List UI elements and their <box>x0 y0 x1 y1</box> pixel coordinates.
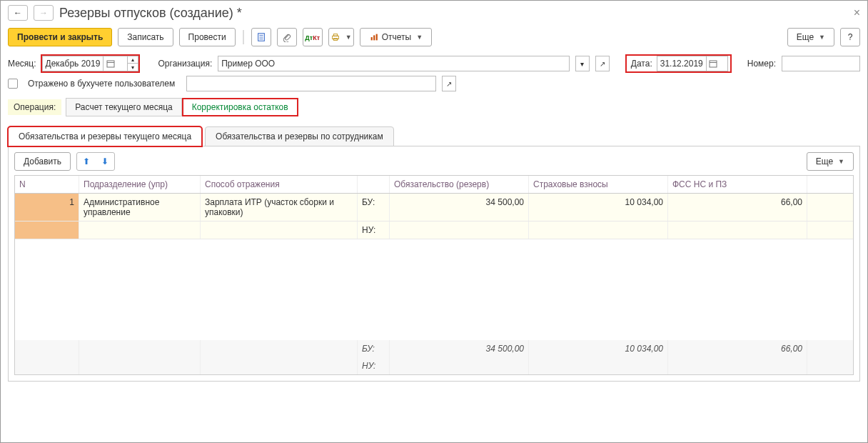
reports-dropdown-button[interactable]: Отчеты ▼ <box>360 28 432 46</box>
cell-bu-label: БУ: <box>358 194 390 221</box>
nav-forward-button[interactable]: → <box>34 5 54 21</box>
attach-button[interactable] <box>277 28 297 46</box>
reflected-input[interactable] <box>186 76 436 91</box>
operation-label: Операция: <box>8 99 61 115</box>
svg-rect-7 <box>370 37 372 40</box>
document-icon <box>256 32 266 42</box>
org-dropdown-button[interactable]: ▾ <box>575 56 590 71</box>
cell-n2 <box>15 222 79 239</box>
cell-dept2 <box>79 222 201 239</box>
org-label: Организация: <box>158 59 213 69</box>
col-dept[interactable]: Подразделение (упр) <box>79 176 201 193</box>
chart-icon <box>369 32 379 42</box>
caret-down-icon: ▼ <box>819 34 825 41</box>
org-input[interactable]: Пример ООО <box>218 56 570 71</box>
help-button[interactable]: ? <box>840 28 860 46</box>
cell-method2 <box>201 222 358 239</box>
foot-fss: 66,00 <box>668 340 807 357</box>
col-blank <box>358 176 390 193</box>
cell-method: Зарплата ИТР (участок сборки и упаковки) <box>201 194 358 221</box>
col-n[interactable]: N <box>15 176 79 193</box>
org-value: Пример ООО <box>221 59 566 69</box>
date-value: 31.12.2019 <box>660 59 703 69</box>
cell-insurance2 <box>529 222 668 239</box>
cell-fss: 66,00 <box>668 194 807 221</box>
post-button[interactable]: Провести <box>179 28 236 46</box>
grid-footer-nu: НУ: <box>15 357 853 374</box>
month-label: Месяц: <box>8 59 36 69</box>
date-input[interactable]: 31.12.2019 <box>657 56 728 71</box>
number-label: Номер: <box>747 59 776 69</box>
foot-insurance: 10 034,00 <box>529 340 668 357</box>
tab-by-employees[interactable]: Обязательства и резервы по сотрудникам <box>205 126 394 146</box>
caret-down-icon: ▼ <box>345 34 352 41</box>
spinner-up-icon[interactable]: ▴ <box>128 56 138 64</box>
cell-dept: Административное управление <box>79 194 201 221</box>
caret-down-icon: ▼ <box>838 158 844 165</box>
print-icon <box>330 32 340 42</box>
table-row[interactable]: 1 Административное управление Зарплата И… <box>15 194 853 222</box>
move-down-button[interactable]: ⬇ <box>96 154 113 169</box>
reflected-label: Отражено в бухучете пользователем <box>28 79 175 89</box>
cell-fss2 <box>668 222 807 239</box>
tab-current-month[interactable]: Обязательства и резервы текущего месяца <box>8 126 202 146</box>
save-button[interactable]: Записать <box>118 28 173 46</box>
svg-rect-8 <box>373 35 375 40</box>
foot-nu-label: НУ: <box>358 357 390 374</box>
svg-rect-5 <box>333 34 337 36</box>
move-buttons-group: ⬆ ⬇ <box>76 152 115 171</box>
reflected-checkbox[interactable] <box>8 79 18 89</box>
calendar-icon[interactable] <box>706 56 720 71</box>
op-calc-button[interactable]: Расчет текущего месяца <box>66 98 181 116</box>
col-liability[interactable]: Обязательство (резерв) <box>390 176 529 193</box>
calendar-icon[interactable] <box>103 56 117 71</box>
number-input[interactable] <box>782 56 860 71</box>
month-value: Декабрь 2019 <box>46 59 101 69</box>
grid-header: N Подразделение (упр) Способ отражения О… <box>15 176 853 194</box>
svg-rect-12 <box>710 61 717 67</box>
more-button[interactable]: Еще▼ <box>787 28 834 46</box>
divider <box>243 30 244 44</box>
month-field-wrap: Декабрь 2019 ▴ ▾ <box>42 56 138 71</box>
cell-insurance: 10 034,00 <box>529 194 668 221</box>
page-title: Резервы отпусков (создание) * <box>59 6 242 21</box>
date-label: Дата: <box>631 59 652 69</box>
svg-rect-10 <box>107 61 114 67</box>
date-field-wrap: Дата: 31.12.2019 <box>627 56 730 71</box>
cell-nu-label: НУ: <box>358 222 390 239</box>
spinner-down-icon[interactable]: ▾ <box>128 64 138 71</box>
month-input[interactable]: Декабрь 2019 <box>42 56 128 71</box>
org-open-button[interactable]: ↗ <box>595 56 610 71</box>
foot-fss-nu <box>668 357 807 374</box>
reflected-open-button[interactable]: ↗ <box>442 76 456 91</box>
cell-liability2 <box>390 222 529 239</box>
foot-insurance-nu <box>529 357 668 374</box>
month-spinner[interactable]: ▴ ▾ <box>128 56 138 71</box>
foot-bu-label: БУ: <box>358 340 390 357</box>
grid-more-button[interactable]: Еще▼ <box>807 152 854 171</box>
cell-n: 1 <box>15 194 79 221</box>
table-row[interactable]: НУ: <box>15 222 853 239</box>
reports-label: Отчеты <box>382 32 411 42</box>
grid-footer-bu: БУ: 34 500,00 10 034,00 66,00 <box>15 340 853 357</box>
col-insurance[interactable]: Страховые взносы <box>529 176 668 193</box>
post-and-close-button[interactable]: Провести и закрыть <box>8 28 112 46</box>
caret-down-icon: ▼ <box>416 34 423 41</box>
print-dropdown-button[interactable]: ▼ <box>328 28 354 46</box>
document-icon-button[interactable] <box>251 28 271 46</box>
foot-liability: 34 500,00 <box>390 340 529 357</box>
cell-liability: 34 500,00 <box>390 194 529 221</box>
foot-liability-nu <box>390 357 529 374</box>
dtkt-icon: ДтКт <box>305 32 320 42</box>
col-method[interactable]: Способ отражения <box>201 176 358 193</box>
svg-rect-9 <box>375 34 377 41</box>
paperclip-icon <box>282 32 292 42</box>
close-icon[interactable]: × <box>854 6 860 19</box>
nav-back-button[interactable]: ← <box>8 5 28 21</box>
dtkt-button[interactable]: ДтКт <box>303 28 323 46</box>
col-fss[interactable]: ФСС НС и ПЗ <box>668 176 807 193</box>
move-up-button[interactable]: ⬆ <box>78 154 95 169</box>
add-button[interactable]: Добавить <box>14 152 71 171</box>
op-correct-button[interactable]: Корректировка остатков <box>182 98 298 116</box>
